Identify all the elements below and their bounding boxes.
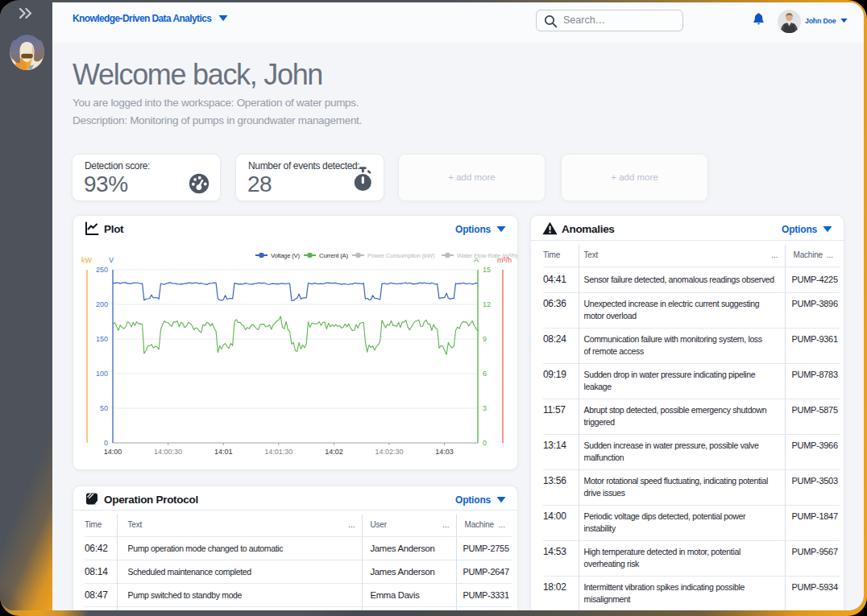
svg-text:14:01:30: 14:01:30	[264, 448, 292, 456]
svg-text:50: 50	[100, 404, 108, 412]
svg-text:A: A	[474, 256, 479, 264]
svg-text:14:01: 14:01	[214, 448, 233, 456]
svg-text:14:00: 14:00	[104, 448, 122, 456]
svg-text:Voltage (V): Voltage (V)	[271, 252, 300, 259]
svg-text:150: 150	[96, 335, 108, 343]
svg-text:14:00:30: 14:00:30	[154, 448, 182, 456]
svg-text:9: 9	[483, 335, 487, 343]
svg-text:kW: kW	[81, 256, 93, 264]
svg-text:0: 0	[483, 439, 487, 447]
svg-text:0: 0	[104, 439, 108, 447]
svg-text:15: 15	[483, 266, 491, 274]
svg-text:6: 6	[483, 370, 487, 378]
svg-text:250: 250	[96, 266, 108, 274]
svg-text:Current (A): Current (A)	[319, 252, 348, 259]
svg-text:100: 100	[96, 370, 108, 378]
svg-text:12: 12	[483, 300, 491, 308]
svg-text:V: V	[109, 256, 114, 264]
svg-text:Power Consumption (kW): Power Consumption (kW)	[367, 252, 435, 259]
svg-text:m³/h: m³/h	[497, 256, 512, 264]
svg-text:200: 200	[96, 300, 108, 308]
svg-text:14:03: 14:03	[435, 448, 454, 456]
svg-text:14:02:30: 14:02:30	[375, 448, 403, 456]
svg-text:3: 3	[483, 404, 487, 412]
svg-text:14:02: 14:02	[325, 448, 343, 456]
